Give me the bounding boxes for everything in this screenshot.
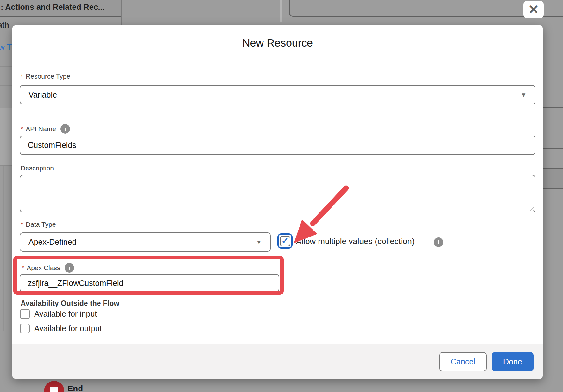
screen: : Actions and Related Rec... ath w T ✕ E… xyxy=(0,0,563,392)
background-selected-element-outline xyxy=(289,0,563,17)
background-panel-border xyxy=(220,379,220,392)
available-for-input-checkbox[interactable] xyxy=(20,309,30,319)
info-icon[interactable]: i xyxy=(60,124,70,134)
background-text-fragment: ath xyxy=(0,21,9,29)
api-name-input[interactable] xyxy=(20,136,535,155)
data-type-label: * Data Type xyxy=(21,221,56,228)
background-divider xyxy=(0,85,12,86)
cancel-button[interactable]: Cancel xyxy=(439,352,487,371)
api-name-label: * API Name i xyxy=(21,124,70,134)
resource-type-value: Variable xyxy=(28,90,521,99)
description-label: Description xyxy=(21,164,54,172)
required-marker: * xyxy=(21,125,23,133)
available-for-output-label: Available for output xyxy=(34,324,102,333)
checkmark-icon: ✓ xyxy=(282,237,289,245)
required-marker: * xyxy=(21,221,23,228)
background-row-line xyxy=(543,107,563,108)
end-node-square xyxy=(50,387,58,392)
modal-footer: Cancel Done xyxy=(12,344,543,379)
close-button[interactable]: ✕ xyxy=(523,1,544,18)
data-type-select[interactable]: Apex-Defined ▼ xyxy=(20,232,271,252)
background-panel-block xyxy=(0,108,12,166)
modal-title: New Resource xyxy=(242,37,313,49)
background-toolbox-panel: : Actions and Related Rec... xyxy=(0,0,122,17)
info-icon[interactable]: i xyxy=(434,237,443,247)
available-for-input-label: Available for input xyxy=(34,309,97,319)
resource-type-label: * Resource Type xyxy=(21,73,70,80)
available-for-output-checkbox[interactable] xyxy=(20,324,30,333)
new-resource-modal: New Resource * Resource Type Variable ▼ … xyxy=(12,25,543,379)
background-panel-title: : Actions and Related Rec... xyxy=(1,3,104,12)
chevron-down-icon: ▼ xyxy=(521,92,527,98)
apex-class-input[interactable] xyxy=(20,274,279,292)
background-row-line xyxy=(543,88,563,88)
background-divider xyxy=(280,22,563,22)
background-panel-edge xyxy=(3,166,4,331)
availability-heading: Availability Outside the Flow xyxy=(21,299,119,308)
background-row-line xyxy=(543,168,563,169)
close-icon: ✕ xyxy=(528,3,539,16)
flow-end-node-icon xyxy=(44,381,64,392)
background-link-fragment: w T xyxy=(0,42,12,52)
required-marker: * xyxy=(21,73,23,80)
chevron-down-icon: ▼ xyxy=(256,239,262,246)
background-row-highlight xyxy=(543,169,563,188)
allow-multiple-checkbox[interactable]: ✓ xyxy=(280,236,290,246)
data-type-value: Apex-Defined xyxy=(28,237,256,247)
info-icon[interactable]: i xyxy=(65,263,74,273)
flow-end-node-label: End xyxy=(67,384,83,392)
required-marker: * xyxy=(22,264,24,272)
background-divider xyxy=(0,66,12,67)
background-row-line xyxy=(543,128,563,128)
background-panel-border xyxy=(121,0,122,25)
resource-type-select[interactable]: Variable ▼ xyxy=(20,85,535,104)
allow-multiple-label: Allow multiple values (collection) xyxy=(296,237,414,246)
done-button[interactable]: Done xyxy=(492,352,534,371)
background-row-line xyxy=(543,188,563,189)
description-textarea[interactable] xyxy=(20,175,535,212)
background-row-line xyxy=(543,148,563,149)
checkbox-focus-ring: ✓ xyxy=(277,233,293,249)
resize-handle-icon[interactable] xyxy=(528,205,534,211)
modal-header: New Resource xyxy=(12,25,543,61)
background-divider xyxy=(280,0,282,22)
apex-class-label: * Apex Class i xyxy=(22,263,74,273)
